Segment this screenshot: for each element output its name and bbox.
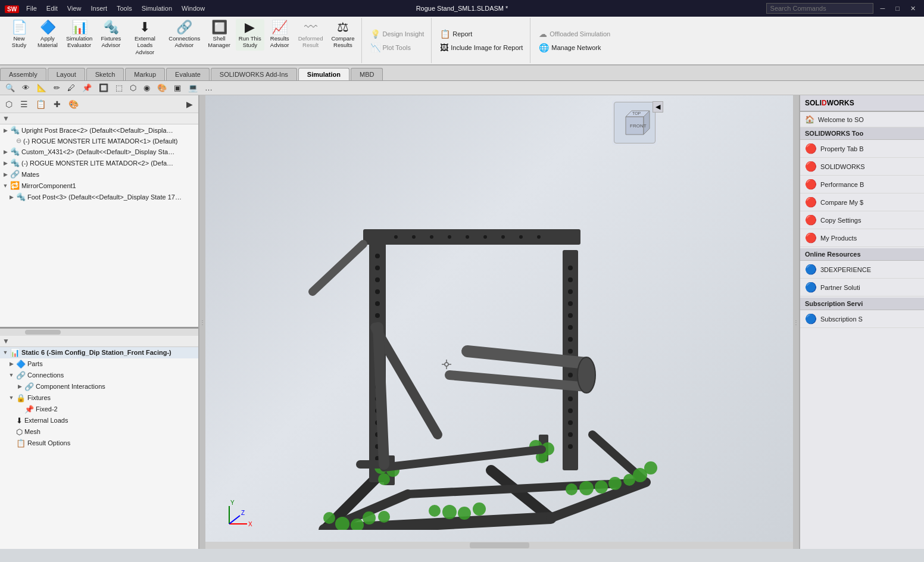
tree-hex-icon[interactable]: ⬡	[2, 98, 15, 110]
toolstrip-angle[interactable]: 📐	[34, 82, 49, 93]
include-image-button[interactable]: 🖼 Include Image for Report	[438, 42, 525, 54]
toolstrip-eye[interactable]: 👁	[19, 82, 33, 93]
upper-tree-hscroll[interactable]	[0, 329, 198, 336]
tree-list-icon[interactable]: ☰	[17, 98, 31, 110]
toolstrip-cube[interactable]: ⬚	[113, 82, 126, 93]
partner-solutions-item[interactable]: 🔵 Partner Soluti	[800, 279, 924, 296]
tree-item-external-loads[interactable]: ⬇ External Loads	[0, 415, 198, 426]
document-title: Rogue Stand_SML1.SLDASM *	[416, 5, 508, 12]
3dexperience-item[interactable]: 🔵 3DEXPERIENCE	[800, 261, 924, 279]
tab-markup[interactable]: Markup	[125, 68, 165, 80]
tree-item-mesh[interactable]: ⬡ Mesh	[0, 426, 198, 438]
simulation-feature-tree[interactable]: ▼ 📊 Static 6 (-Sim Config_Dip Station_Fr…	[0, 347, 198, 549]
tab-evaluate[interactable]: Evaluate	[166, 68, 210, 80]
view-cube[interactable]: FRONT TOP	[614, 102, 655, 143]
tab-assembly[interactable]: Assembly	[0, 68, 46, 80]
tab-sketch[interactable]: Sketch	[86, 68, 124, 80]
toolstrip-pin[interactable]: 📌	[79, 82, 95, 93]
deformed-result-button[interactable]: 〰 DeformedResult	[295, 19, 326, 51]
menu-window[interactable]: Window	[179, 5, 207, 12]
tree-item-parts[interactable]: ▶ 🔷 Parts	[0, 358, 198, 370]
report-button[interactable]: 📋 Report	[438, 28, 525, 40]
simulation-evaluator-button[interactable]: 📊 SimulationEvaluator	[63, 19, 95, 51]
property-tab-item[interactable]: 🔴 Property Tab B	[800, 140, 924, 158]
tab-layout[interactable]: Layout	[48, 68, 85, 80]
toolstrip-circle[interactable]: ◉	[141, 82, 153, 93]
svg-point-38	[568, 396, 573, 401]
search-commands-input[interactable]	[766, 3, 873, 14]
tree-copy-icon[interactable]: 📋	[33, 98, 49, 110]
viewport-hscroll-thumb[interactable]	[470, 542, 529, 548]
tab-solidworks-addins[interactable]: SOLIDWORKS Add-Ins	[211, 68, 297, 80]
collapse-right-panel-button[interactable]: ◀	[653, 101, 663, 113]
tree-item-foot-post[interactable]: ▶ 🔩 Foot Post<3> (Default<<Default>_Disp…	[0, 191, 198, 202]
svg-text:TOP: TOP	[632, 111, 641, 115]
maximize-button[interactable]: □	[892, 5, 903, 12]
upper-feature-tree[interactable]: ▶ 🔩 Upright Post Brace<2> (Default<<Defa…	[0, 124, 198, 329]
tree-item-result-options[interactable]: 📋 Result Options	[0, 438, 198, 449]
menu-file[interactable]: File	[24, 5, 39, 12]
tree-item-fixed-2[interactable]: 📌 Fixed-2	[0, 404, 198, 415]
compare-results-button[interactable]: ⚖ CompareResults	[328, 19, 357, 51]
close-button[interactable]: ✕	[907, 5, 919, 13]
3d-viewport[interactable]: X Y Z FRONT TOP	[205, 95, 793, 549]
plot-tools-button[interactable]: 📉 Plot Tools	[368, 42, 427, 54]
right-panel-resize-handle[interactable]: ⋮	[793, 95, 799, 549]
toolstrip-pencil[interactable]: ✏	[51, 82, 63, 93]
new-study-button[interactable]: 📄 NewStudy	[6, 19, 32, 51]
tree-item-rogue-2[interactable]: ▶ 🔩 (-) ROGUE MONSTER LITE MATADOR<2> (D…	[0, 157, 198, 168]
design-insight-button[interactable]: 💡 Design Insight	[368, 28, 427, 40]
fixtures-advisor-button[interactable]: 🔩 FixturesAdvisor	[98, 19, 124, 51]
minimize-button[interactable]: ─	[877, 5, 889, 12]
tree-expand-icon[interactable]: ▶	[183, 98, 196, 110]
manage-network-button[interactable]: 🌐 Manage Network	[536, 42, 613, 54]
axis-svg: X Y Z	[223, 500, 259, 530]
upper-hscroll-thumb[interactable]	[25, 330, 61, 335]
tree-item-custom-x431[interactable]: ▶ 🔩 Custom_X431<2> (Default<<Default>_Di…	[0, 146, 198, 157]
offloaded-simulation-button[interactable]: ☁ Offloaded Simulation	[536, 28, 613, 40]
connections-advisor-button[interactable]: 🔗 ConnectionsAdvisor	[166, 19, 202, 51]
results-advisor-button[interactable]: 📈 ResultsAdvisor	[267, 19, 293, 51]
online-resources-header: Online Resources	[800, 248, 924, 261]
my-products-item[interactable]: 🔴 My Products	[800, 229, 924, 247]
svg-point-14	[375, 313, 380, 318]
tree-add-icon[interactable]: ✚	[51, 98, 64, 110]
tree-item-upright-post[interactable]: ▶ 🔩 Upright Post Brace<2> (Default<<Defa…	[0, 124, 198, 136]
toolstrip-monitor[interactable]: 💻	[185, 82, 201, 93]
subscription-s-item[interactable]: 🔵 Subscription S	[800, 310, 924, 328]
tab-simulation[interactable]: Simulation	[298, 68, 349, 80]
viewport-hscroll[interactable]	[205, 542, 793, 549]
menu-simulation[interactable]: Simulation	[139, 5, 174, 12]
tree-color-icon[interactable]: 🎨	[65, 98, 82, 110]
toolstrip-grid[interactable]: ▣	[171, 82, 184, 93]
tree-item-mates[interactable]: ▶ 🔗 Mates	[0, 168, 198, 180]
copy-settings-item[interactable]: 🔴 Copy Settings	[800, 211, 924, 229]
tree-item-rogue-1[interactable]: ⊖ (-) ROGUE MONSTER LITE MATADOR<1> (Def…	[0, 136, 198, 146]
tree-item-connections[interactable]: ▼ 🔗 Connections	[0, 370, 198, 381]
external-loads-button[interactable]: ⬇ External LoadsAdvisor	[126, 19, 163, 57]
menu-insert[interactable]: Insert	[88, 5, 110, 12]
tree-item-component-interactions[interactable]: ▶ 🔗 Component Interactions	[0, 381, 198, 392]
tree-item-fixtures[interactable]: ▼ 🔒 Fixtures	[0, 392, 198, 404]
solidworks-item[interactable]: 🔴 SOLIDWORKS	[800, 158, 924, 176]
menu-tools[interactable]: Tools	[114, 5, 135, 12]
toolstrip-box[interactable]: 🔲	[96, 82, 111, 93]
compare-my-item[interactable]: 🔴 Compare My $	[800, 193, 924, 211]
shell-manager-button[interactable]: 🔲 ShellManager	[205, 19, 233, 51]
toolstrip-palette[interactable]: 🎨	[154, 82, 170, 93]
toolstrip-pen[interactable]: 🖊	[64, 82, 78, 93]
toolstrip-hex[interactable]: ⬡	[127, 82, 139, 93]
toolstrip-search[interactable]: 🔍	[2, 82, 18, 93]
tree-item-mirror-component[interactable]: ▼ 🔁 MirrorComponent1	[0, 180, 198, 191]
menu-view[interactable]: View	[65, 5, 84, 12]
svg-point-47	[448, 235, 451, 239]
toolstrip-more[interactable]: …	[202, 82, 216, 93]
menu-edit[interactable]: Edit	[44, 5, 60, 12]
performance-b-item[interactable]: 🔴 Performance B	[800, 176, 924, 193]
tree-study-header[interactable]: ▼ 📊 Static 6 (-Sim Config_Dip Station_Fr…	[0, 347, 198, 358]
property-tab-icon: 🔴	[805, 143, 817, 154]
run-this-study-button[interactable]: ▶ Run ThisStudy	[236, 19, 264, 51]
tab-mbd[interactable]: MBD	[351, 68, 383, 80]
left-panel-resize-handle[interactable]: ⋮	[199, 95, 205, 549]
apply-material-button[interactable]: 🔷 ApplyMaterial	[35, 19, 61, 51]
